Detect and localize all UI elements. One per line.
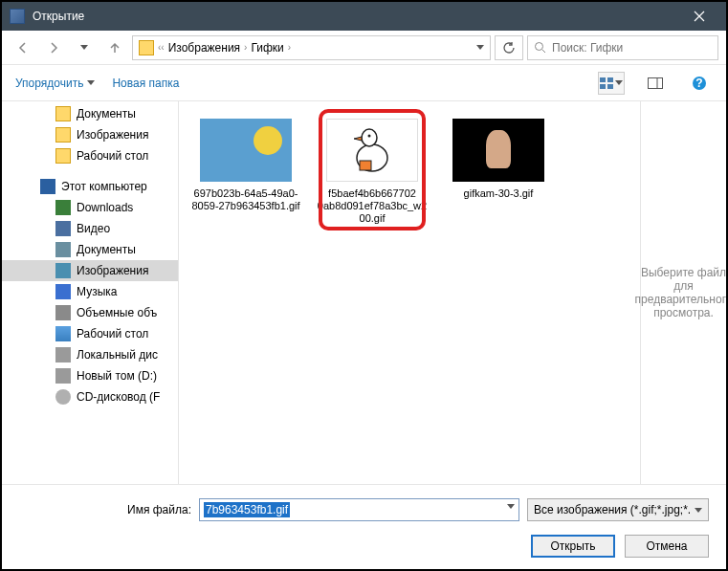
svg-rect-3 [600, 84, 606, 89]
toolbar: Упорядочить Новая папка ? [2, 65, 726, 101]
bottom-panel: Имя файла: 7b963453fb1.gif Все изображен… [2, 484, 726, 571]
file-thumbnail [452, 119, 544, 182]
sidebar-item-documents-quick[interactable]: Документы [2, 103, 178, 124]
svg-point-10 [362, 129, 377, 146]
preview-pane: Выберите файл для предварительного просм… [640, 101, 726, 484]
view-menu-button[interactable] [598, 72, 625, 95]
filename-input[interactable]: 7b963453fb1.gif [199, 498, 519, 521]
documents-icon [55, 242, 71, 257]
pc-icon [40, 179, 55, 194]
folder-icon [55, 148, 71, 164]
chevron-right-icon: › [288, 42, 291, 53]
sidebar-item-3d[interactable]: Объемные объ [2, 302, 178, 323]
sidebar-item-cd-drive[interactable]: CD-дисковод (F [2, 386, 178, 407]
window-title: Открытие [33, 10, 680, 23]
preview-hint: Выберите файл для предварительного просм… [635, 266, 728, 319]
cancel-button[interactable]: Отмена [625, 535, 709, 558]
app-icon [10, 9, 25, 24]
music-icon [55, 284, 71, 299]
desktop-icon [55, 326, 71, 341]
3d-icon [55, 305, 71, 320]
file-name: 697b023b-64a5-49a0-8059-27b963453fb1.gif [188, 187, 303, 212]
sidebar-item-desktop[interactable]: Рабочий стол [2, 323, 178, 344]
main-area: 697b023b-64a5-49a0-8059-27b963453fb1.gif… [179, 101, 726, 484]
chevron-down-icon [87, 80, 95, 85]
folder-icon [139, 40, 154, 55]
svg-rect-12 [360, 161, 371, 170]
close-button[interactable] [680, 2, 718, 31]
dialog-body: Документы Изображения Рабочий стол Этот … [2, 101, 726, 484]
svg-point-11 [368, 135, 371, 138]
up-button[interactable] [101, 35, 128, 60]
new-folder-button[interactable]: Новая папка [112, 77, 179, 90]
search-icon [534, 41, 546, 54]
open-button[interactable]: Открыть [531, 535, 615, 558]
title-bar: Открытие [2, 2, 726, 31]
help-button[interactable]: ? [686, 72, 713, 95]
images-icon [55, 263, 71, 278]
file-item[interactable]: gifkam-30-3.gif [441, 119, 556, 200]
file-thumbnail [326, 119, 418, 182]
svg-text:?: ? [695, 77, 702, 90]
file-item[interactable]: 697b023b-64a5-49a0-8059-27b963453fb1.gif [188, 119, 303, 212]
sidebar-item-images-quick[interactable]: Изображения [2, 124, 178, 145]
file-name: f5baef4b6b667702 0ab8d091ef78a3bc_w200.g… [315, 187, 430, 225]
svg-rect-2 [607, 77, 613, 82]
file-list[interactable]: 697b023b-64a5-49a0-8059-27b963453fb1.gif… [179, 101, 640, 484]
sidebar-item-images[interactable]: Изображения [2, 260, 178, 281]
chevron-right-icon: › [244, 42, 247, 53]
svg-rect-4 [607, 84, 613, 89]
file-name: gifkam-30-3.gif [441, 187, 556, 200]
sidebar-item-music[interactable]: Музыка [2, 281, 178, 302]
search-input[interactable] [552, 41, 712, 55]
svg-rect-1 [600, 77, 606, 82]
downloads-icon [55, 200, 71, 215]
address-bar[interactable]: ‹‹ Изображения › Гифки › [132, 35, 491, 60]
cd-icon [55, 389, 71, 405]
breadcrumb-gifs[interactable]: Гифки [251, 41, 283, 55]
sidebar-item-video[interactable]: Видео [2, 218, 178, 239]
sidebar-item-new-volume[interactable]: Новый том (D:) [2, 365, 178, 386]
disk-icon [55, 347, 71, 362]
preview-pane-button[interactable] [642, 72, 669, 95]
filename-dropdown-icon[interactable] [507, 504, 515, 509]
folder-icon [55, 127, 71, 143]
disk-icon [55, 368, 71, 384]
chevron-down-icon [615, 80, 623, 85]
search-box[interactable] [527, 35, 718, 60]
address-dropdown-icon[interactable] [476, 45, 484, 50]
filter-label: Все изображения (*.gif;*.jpg;*. [534, 503, 691, 516]
filetype-filter[interactable]: Все изображения (*.gif;*.jpg;*. [527, 498, 709, 521]
sidebar-item-this-pc[interactable]: Этот компьютер [2, 176, 178, 197]
chevron-down-icon [695, 508, 702, 513]
sidebar-item-local-disk[interactable]: Локальный дис [2, 344, 178, 365]
folder-icon [55, 106, 71, 121]
refresh-button[interactable] [495, 35, 523, 60]
sidebar-item-documents[interactable]: Документы [2, 239, 178, 260]
back-button[interactable] [10, 35, 36, 60]
organize-menu[interactable]: Упорядочить [15, 77, 95, 90]
file-thumbnail [200, 119, 292, 182]
sidebar-item-desktop-quick[interactable]: Рабочий стол [2, 145, 178, 166]
filename-value: 7b963453fb1.gif [204, 502, 290, 517]
forward-button[interactable] [40, 35, 67, 60]
svg-point-0 [536, 43, 543, 51]
file-item-selected[interactable]: f5baef4b6b667702 0ab8d091ef78a3bc_w200.g… [315, 119, 430, 225]
filename-label: Имя файла: [19, 503, 191, 516]
svg-rect-5 [649, 77, 663, 88]
sidebar-item-downloads[interactable]: Downloads [2, 197, 178, 218]
sidebar-tree: Документы Изображения Рабочий стол Этот … [2, 101, 179, 484]
breadcrumb-images[interactable]: Изображения [168, 41, 240, 55]
video-icon [55, 221, 71, 236]
chevron-icon: ‹‹ [158, 42, 165, 53]
recent-button[interactable] [71, 35, 98, 60]
svg-point-9 [357, 144, 387, 171]
nav-row: ‹‹ Изображения › Гифки › [2, 31, 726, 65]
